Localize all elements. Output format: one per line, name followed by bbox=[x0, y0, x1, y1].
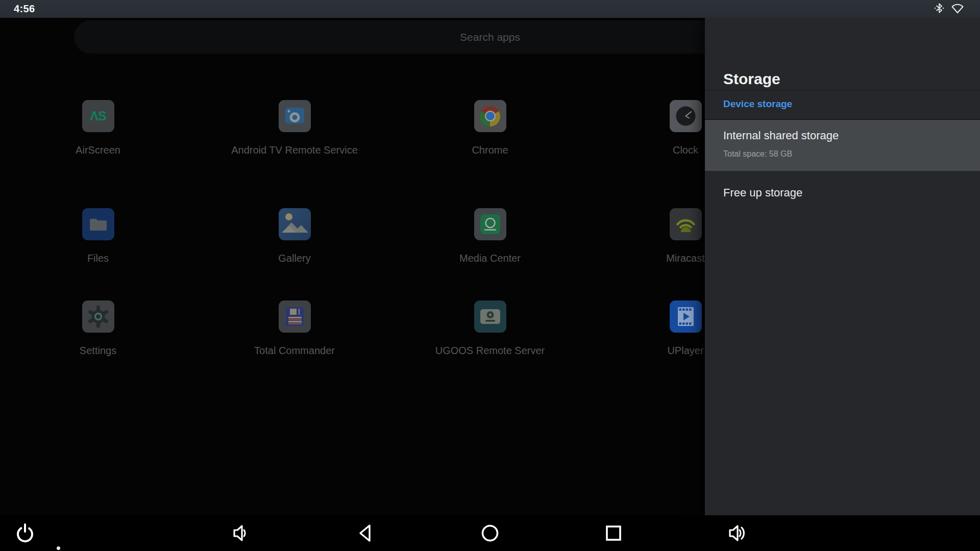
app-files[interactable]: Files bbox=[21, 208, 175, 264]
ugoos-remote-server-app-icon bbox=[474, 300, 506, 333]
row-title: Internal shared storage bbox=[723, 129, 839, 142]
row-subtitle: Total space: 58 GB bbox=[723, 149, 792, 159]
row-title: Free up storage bbox=[723, 186, 802, 199]
chrome-app-icon bbox=[474, 100, 506, 132]
row-internal-shared-storage[interactable]: Internal shared storage Total space: 58 … bbox=[705, 119, 980, 171]
home-button[interactable] bbox=[470, 515, 510, 551]
clock-app-icon bbox=[670, 100, 702, 132]
bluetooth-icon bbox=[933, 2, 945, 16]
pointer-dot bbox=[57, 546, 60, 550]
media-center-app-icon bbox=[474, 208, 506, 240]
app-label: Gallery bbox=[218, 253, 371, 264]
gallery-app-icon bbox=[279, 208, 311, 240]
storage-settings-panel: Storage Device storage Internal shared s… bbox=[705, 18, 980, 515]
volume-up-button[interactable] bbox=[718, 515, 758, 551]
app-label: Settings bbox=[21, 345, 175, 357]
navigation-bar bbox=[0, 515, 980, 551]
total-commander-app-icon bbox=[279, 300, 311, 333]
airscreen-app-icon: ΛS bbox=[82, 100, 114, 132]
row-free-up-storage[interactable]: Free up storage bbox=[705, 171, 980, 219]
android-tv-screen: 4:56 Search apps ΛS bbox=[0, 0, 980, 551]
search-placeholder: Search apps bbox=[460, 31, 520, 43]
wifi-icon bbox=[950, 2, 965, 16]
app-chrome[interactable]: Chrome bbox=[413, 100, 567, 156]
android-tv-remote-app-icon bbox=[279, 100, 311, 132]
app-label: AirScreen bbox=[21, 144, 175, 156]
back-button[interactable] bbox=[346, 515, 386, 551]
app-label: Files bbox=[21, 253, 175, 264]
airscreen-monogram: ΛS bbox=[90, 109, 106, 123]
app-airscreen[interactable]: ΛS AirScreen bbox=[21, 100, 175, 156]
app-label: Total Commander bbox=[218, 345, 371, 357]
app-label: UGOOS Remote Server bbox=[413, 345, 567, 357]
status-bar: 4:56 bbox=[0, 0, 980, 18]
app-media-center[interactable]: Media Center bbox=[413, 208, 567, 264]
app-total-commander[interactable]: Total Commander bbox=[218, 300, 371, 357]
app-label: Android TV Remote Service bbox=[218, 144, 371, 156]
app-label: Chrome bbox=[413, 144, 567, 156]
app-android-tv-remote[interactable]: Android TV Remote Service bbox=[218, 100, 371, 156]
clock-time: 4:56 bbox=[14, 3, 35, 15]
app-ugoos-remote-server[interactable]: UGOOS Remote Server bbox=[413, 300, 567, 357]
app-settings[interactable]: Settings bbox=[21, 300, 175, 357]
uplayer-app-icon bbox=[670, 300, 702, 333]
recents-button[interactable] bbox=[593, 515, 634, 551]
section-header-device-storage: Device storage bbox=[723, 98, 792, 110]
miracast-app-icon bbox=[670, 208, 702, 240]
settings-app-icon bbox=[82, 300, 114, 333]
appbar-divider bbox=[705, 90, 980, 90]
power-button[interactable] bbox=[5, 515, 45, 551]
app-gallery[interactable]: Gallery bbox=[218, 208, 371, 264]
panel-title: Storage bbox=[723, 70, 780, 88]
files-app-icon bbox=[82, 208, 114, 240]
volume-down-button[interactable] bbox=[220, 515, 261, 551]
app-label: Media Center bbox=[413, 253, 567, 264]
